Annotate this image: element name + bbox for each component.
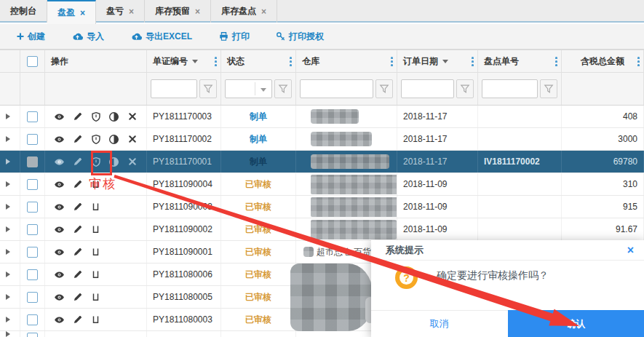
- unaudit-icon[interactable]: [90, 224, 101, 235]
- column-menu-icon[interactable]: [555, 57, 557, 67]
- row-expander-icon[interactable]: [6, 136, 10, 142]
- shield-icon[interactable]: [90, 134, 101, 145]
- filter-inv-input[interactable]: [482, 79, 538, 98]
- column-menu-icon[interactable]: [290, 57, 292, 67]
- tab-stock-reserve[interactable]: 库存预留×: [145, 0, 211, 23]
- row-expander-icon[interactable]: [6, 249, 10, 255]
- filter-doc-funnel-icon[interactable]: [199, 79, 217, 98]
- row-expander-icon[interactable]: [6, 331, 10, 337]
- row-checkbox[interactable]: [27, 247, 38, 258]
- pencil-icon[interactable]: [72, 224, 83, 235]
- row-expander-icon[interactable]: [6, 294, 10, 300]
- dialog-close-icon[interactable]: ×: [627, 245, 634, 256]
- sort-desc-icon[interactable]: [192, 60, 198, 63]
- select-all-checkbox[interactable]: [27, 56, 38, 67]
- filter-date-input[interactable]: [401, 79, 454, 98]
- delete-icon[interactable]: [127, 134, 138, 145]
- eye-icon[interactable]: [54, 134, 65, 145]
- row-checkbox[interactable]: [27, 111, 38, 122]
- toolbar-import-button[interactable]: 导入: [71, 31, 104, 43]
- eye-icon[interactable]: [54, 292, 65, 303]
- tab-close-icon[interactable]: ×: [129, 7, 134, 17]
- col-header-ops[interactable]: 操作: [45, 50, 147, 72]
- contrast-icon[interactable]: [108, 134, 119, 145]
- row-expander-icon[interactable]: [6, 271, 10, 277]
- row-expander-icon[interactable]: [6, 226, 10, 232]
- delete-icon[interactable]: [127, 156, 138, 167]
- toolbar-print-auth-button[interactable]: 打印授权: [276, 31, 324, 43]
- pencil-icon[interactable]: [72, 292, 83, 303]
- row-expander-icon[interactable]: [6, 159, 10, 164]
- pencil-icon[interactable]: [72, 111, 83, 122]
- eye-icon[interactable]: [54, 224, 65, 235]
- table-row[interactable]: PY1811170003制单2018-11-17408: [0, 106, 644, 128]
- tab-console[interactable]: 控制台: [0, 0, 47, 23]
- pencil-icon[interactable]: [72, 179, 83, 190]
- toolbar-print-button[interactable]: 打印: [218, 31, 250, 43]
- tab-close-icon[interactable]: ×: [195, 7, 200, 17]
- tab-stock-check[interactable]: 库存盘点×: [211, 0, 277, 23]
- toolbar-create-button[interactable]: 创建: [16, 31, 45, 43]
- row-checkbox[interactable]: [27, 202, 38, 213]
- unaudit-icon[interactable]: [90, 292, 101, 303]
- row-expander-icon[interactable]: [6, 317, 10, 322]
- eye-icon[interactable]: [54, 202, 65, 213]
- pencil-icon[interactable]: [72, 247, 83, 258]
- filter-date-funnel-icon[interactable]: [456, 79, 474, 98]
- table-row[interactable]: PY1811090003已审核2018-11-09915: [0, 196, 644, 218]
- table-row[interactable]: PY1811170002制单2018-11-173000: [0, 128, 644, 151]
- unaudit-icon[interactable]: [90, 314, 101, 325]
- pencil-icon[interactable]: [72, 314, 83, 325]
- sort-desc-icon[interactable]: [442, 60, 448, 63]
- delete-icon[interactable]: [127, 111, 138, 122]
- eye-icon[interactable]: [54, 247, 65, 258]
- tab-close-icon[interactable]: ×: [80, 8, 85, 18]
- unaudit-icon[interactable]: [90, 247, 101, 258]
- table-row[interactable]: PY1811090002已审核2018-11-0991.67: [0, 218, 644, 241]
- col-header-inv[interactable]: 盘点单号: [478, 50, 562, 72]
- row-checkbox[interactable]: [27, 179, 38, 190]
- col-header-status[interactable]: 状态: [221, 50, 296, 72]
- filter-doc-input[interactable]: [151, 79, 197, 98]
- eye-icon[interactable]: [54, 156, 65, 167]
- eye-icon[interactable]: [54, 269, 65, 280]
- pencil-icon[interactable]: [72, 134, 83, 145]
- row-checkbox[interactable]: [27, 269, 38, 280]
- tab-inventory-gain[interactable]: 盘盈×: [47, 0, 96, 24]
- eye-icon[interactable]: [54, 314, 65, 325]
- col-header-doc[interactable]: 单证编号: [147, 50, 221, 72]
- tab-close-icon[interactable]: ×: [261, 7, 266, 17]
- unaudit-icon[interactable]: [90, 269, 101, 280]
- row-checkbox[interactable]: [27, 314, 38, 325]
- row-expander-icon[interactable]: [6, 114, 10, 119]
- cancel-button[interactable]: 取消: [371, 311, 508, 337]
- contrast-icon[interactable]: [108, 111, 119, 122]
- column-menu-icon[interactable]: [391, 57, 393, 67]
- tab-inventory-loss[interactable]: 盘亏×: [96, 0, 145, 23]
- col-header-date[interactable]: 订单日期: [397, 50, 478, 72]
- col-header-warehouse[interactable]: 仓库: [296, 50, 397, 72]
- col-header-amount[interactable]: 含税总金额: [562, 50, 644, 72]
- eye-icon[interactable]: [54, 179, 65, 190]
- row-checkbox[interactable]: [27, 224, 38, 235]
- row-checkbox[interactable]: [27, 292, 38, 303]
- column-menu-icon[interactable]: [215, 57, 217, 67]
- shield-icon[interactable]: [90, 111, 101, 122]
- eye-icon[interactable]: [54, 111, 65, 122]
- pencil-icon[interactable]: [72, 269, 83, 280]
- filter-warehouse-funnel-icon[interactable]: [375, 79, 393, 98]
- filter-status-select[interactable]: [225, 79, 272, 98]
- filter-status-funnel-icon[interactable]: [274, 79, 292, 98]
- toolbar-export-excel-button[interactable]: 导出EXCEL: [130, 31, 192, 43]
- row-checkbox[interactable]: [27, 333, 38, 337]
- filter-inv-funnel-icon[interactable]: [540, 79, 557, 98]
- column-menu-icon[interactable]: [637, 57, 640, 67]
- pencil-icon[interactable]: [72, 202, 83, 213]
- filter-warehouse-input[interactable]: [300, 79, 373, 98]
- confirm-button[interactable]: 确认: [508, 310, 644, 337]
- unaudit-icon[interactable]: [90, 202, 101, 213]
- row-expander-icon[interactable]: [6, 181, 10, 187]
- row-checkbox[interactable]: [27, 156, 38, 167]
- row-expander-icon[interactable]: [6, 204, 10, 210]
- pencil-icon[interactable]: [72, 156, 83, 167]
